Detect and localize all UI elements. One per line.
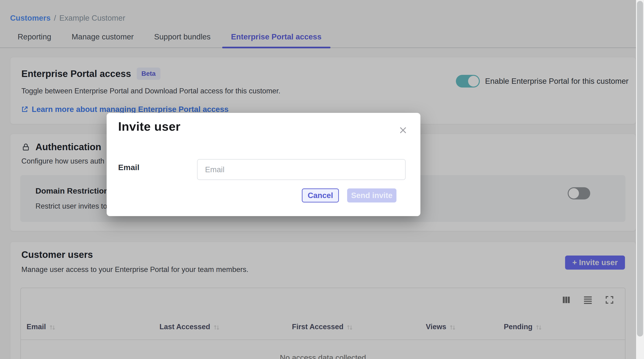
send-invite-button[interactable]: Send invite xyxy=(347,188,396,203)
page-scrollbar[interactable] xyxy=(636,0,644,359)
email-field-label: Email xyxy=(118,163,140,172)
modal-title: Invite user xyxy=(118,119,180,133)
invite-user-modal: Invite user Email Cancel Send invite xyxy=(107,113,420,216)
page: Customers / Example Customer Reporting M… xyxy=(0,0,644,359)
modal-actions: Cancel Send invite xyxy=(302,188,396,203)
cancel-button[interactable]: Cancel xyxy=(302,188,339,203)
email-input[interactable] xyxy=(197,159,406,180)
scrollbar-thumb[interactable] xyxy=(637,1,643,337)
close-icon[interactable] xyxy=(398,125,408,135)
